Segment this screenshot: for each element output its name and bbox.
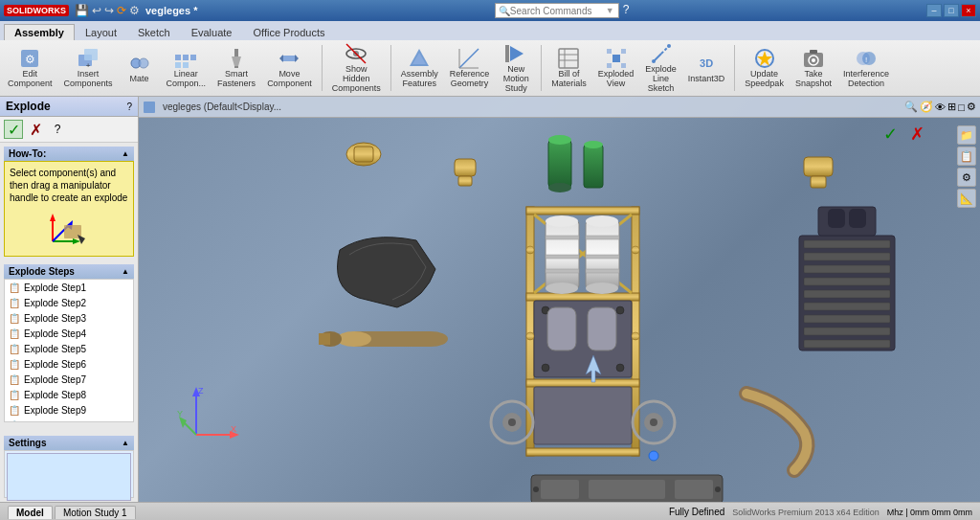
move-component-label: MoveComponent bbox=[267, 70, 312, 89]
step-item-2[interactable]: 📋 Explode Step2 bbox=[5, 295, 133, 310]
step-item-3[interactable]: 📋 Explode Step3 bbox=[5, 310, 133, 326]
view-orient-icon[interactable]: 🧭 bbox=[920, 101, 933, 113]
step-item-6[interactable]: 📋 Explode Step6 bbox=[5, 356, 133, 372]
viewport[interactable]: vegleges (Default<Display... 🔍 🧭 👁 ⊞ □ ⚙ bbox=[139, 97, 980, 502]
explode-help-button[interactable]: ? bbox=[48, 120, 67, 139]
component-icon bbox=[143, 101, 156, 114]
svg-rect-120 bbox=[804, 340, 890, 348]
zoom-fit-icon[interactable]: 🔍 bbox=[904, 101, 918, 113]
reference-geometry-button[interactable]: ReferenceGeometry bbox=[446, 45, 494, 91]
search-input[interactable] bbox=[510, 6, 606, 16]
steps-collapse-arrow[interactable]: ▲ bbox=[122, 267, 129, 276]
show-hidden-button[interactable]: ShowHiddenComponents bbox=[328, 40, 385, 96]
config-manager-icon[interactable]: ⚙ bbox=[957, 168, 976, 187]
smart-fasteners-button[interactable]: SmartFasteners bbox=[213, 45, 259, 91]
display-style-icon[interactable]: □ bbox=[958, 102, 965, 113]
help-icon[interactable]: ? bbox=[623, 3, 630, 18]
mate-button[interactable]: Mate bbox=[121, 50, 159, 86]
minimize-button[interactable]: – bbox=[926, 4, 942, 17]
save-icon[interactable]: 💾 bbox=[75, 4, 89, 17]
restore-button[interactable]: □ bbox=[944, 4, 959, 17]
bill-materials-button[interactable]: Bill ofMaterials bbox=[547, 45, 590, 91]
step-5-label: Explode Step5 bbox=[24, 344, 86, 354]
dim-expert-icon[interactable]: 📐 bbox=[957, 189, 976, 208]
confirm-explode-button[interactable]: ✓ bbox=[4, 120, 23, 139]
new-motion-study-button[interactable]: NewMotionStudy bbox=[497, 40, 535, 96]
linear-component-button[interactable]: LinearCompon... bbox=[163, 45, 211, 91]
svg-point-88 bbox=[586, 215, 618, 227]
motion-study-tab[interactable]: Motion Study 1 bbox=[55, 506, 136, 519]
edit-component-icon: ⚙ bbox=[18, 47, 41, 70]
viewport-cancel-button[interactable]: ✗ bbox=[906, 124, 927, 145]
section-view-icon[interactable]: ⊞ bbox=[947, 101, 956, 113]
interference-detection-button[interactable]: ! InterferenceDetection bbox=[839, 45, 893, 91]
step-item-9[interactable]: 📋 Explode Step9 bbox=[5, 402, 133, 418]
step-item-5[interactable]: 📋 Explode Step5 bbox=[5, 341, 133, 356]
tab-evaluate[interactable]: Evaluate bbox=[181, 24, 243, 40]
step-item-1[interactable]: 📋 Explode Step1 bbox=[5, 280, 133, 295]
svg-rect-8 bbox=[183, 55, 189, 60]
tab-sketch[interactable]: Sketch bbox=[127, 24, 181, 40]
svg-rect-114 bbox=[804, 265, 890, 273]
howto-header[interactable]: How-To: ▲ bbox=[4, 147, 134, 161]
step-item-4[interactable]: 📋 Explode Step4 bbox=[5, 326, 133, 341]
view-setting-icon[interactable]: ⚙ bbox=[967, 101, 976, 113]
svg-point-39 bbox=[652, 59, 656, 63]
svg-point-95 bbox=[616, 306, 624, 314]
settings-collapse-arrow[interactable]: ▲ bbox=[122, 439, 129, 447]
explode-line-sketch-button[interactable]: ExplodeLineSketch bbox=[641, 40, 680, 96]
mate-label: Mate bbox=[130, 75, 149, 84]
svg-rect-27 bbox=[505, 45, 509, 62]
assembly-features-button[interactable]: AssemblyFeatures bbox=[397, 45, 442, 91]
insert-components-button[interactable]: + InsertComponents bbox=[60, 45, 117, 91]
take-snapshot-icon bbox=[802, 47, 825, 70]
step-1-label: Explode Step1 bbox=[24, 283, 86, 293]
solidworks-logo: SOLIDWORKS bbox=[4, 5, 69, 16]
step-item-10[interactable]: 📋 Explode Step10 bbox=[5, 418, 133, 422]
search-dropdown-icon[interactable]: ▼ bbox=[606, 6, 614, 15]
svg-rect-7 bbox=[175, 55, 181, 60]
undo-icon[interactable]: ↩ bbox=[92, 4, 101, 17]
tab-office-products[interactable]: Office Products bbox=[242, 24, 335, 40]
howto-title: How-To: bbox=[9, 148, 46, 159]
model-tab[interactable]: Model bbox=[8, 506, 53, 519]
svg-rect-125 bbox=[541, 480, 579, 499]
help-panel-icon[interactable]: ? bbox=[126, 102, 132, 112]
svg-rect-33 bbox=[607, 49, 612, 54]
step-4-label: Explode Step4 bbox=[24, 328, 86, 339]
settings-section: Settings ▲ bbox=[4, 436, 134, 498]
svg-rect-85 bbox=[546, 255, 579, 259]
search-bar[interactable]: 🔍 ▼ bbox=[495, 3, 619, 18]
step-item-8[interactable]: 📋 Explode Step8 bbox=[5, 387, 133, 402]
options-icon[interactable]: ⚙ bbox=[129, 4, 140, 17]
take-snapshot-button[interactable]: TakeSnapshot bbox=[791, 45, 835, 91]
settings-header[interactable]: Settings ▲ bbox=[4, 436, 134, 450]
assembly-features-label: AssemblyFeatures bbox=[401, 70, 438, 89]
exploded-view-button[interactable]: ExplodedView bbox=[594, 45, 638, 91]
status-bar: Model Motion Study 1 Fully Defined Solid… bbox=[0, 502, 980, 520]
edit-component-button[interactable]: ⚙ EditComponent bbox=[4, 45, 56, 91]
close-button[interactable]: × bbox=[961, 4, 976, 17]
svg-rect-66 bbox=[804, 157, 833, 176]
show-hidden-icon bbox=[345, 42, 368, 65]
viewport-confirm-button[interactable]: ✓ bbox=[880, 124, 901, 145]
viewport-controls: 🔍 🧭 👁 ⊞ □ ⚙ bbox=[904, 101, 976, 113]
rebuild-icon[interactable]: ⟳ bbox=[117, 4, 126, 17]
move-component-button[interactable]: MoveComponent bbox=[263, 45, 316, 91]
svg-rect-9 bbox=[190, 55, 196, 60]
cancel-explode-button[interactable]: ✗ bbox=[26, 120, 45, 139]
document-title: vegleges * bbox=[145, 5, 197, 16]
svg-rect-121 bbox=[818, 207, 876, 236]
redo-icon[interactable]: ↪ bbox=[104, 4, 114, 17]
update-speedpak-button[interactable]: UpdateSpeedpak bbox=[741, 45, 788, 91]
tab-layout[interactable]: Layout bbox=[75, 24, 127, 40]
svg-text:!: ! bbox=[865, 56, 867, 64]
tab-assembly[interactable]: Assembly bbox=[4, 24, 75, 40]
hide-show-icon[interactable]: 👁 bbox=[935, 102, 946, 113]
howto-collapse-arrow[interactable]: ▲ bbox=[122, 149, 129, 158]
feature-manager-icon[interactable]: 📁 bbox=[957, 125, 976, 145]
steps-header[interactable]: Explode Steps ▲ bbox=[4, 264, 134, 279]
instant3d-button[interactable]: 3D Instant3D bbox=[684, 50, 729, 86]
property-manager-icon[interactable]: 📋 bbox=[957, 147, 976, 166]
step-item-7[interactable]: 📋 Explode Step7 bbox=[5, 372, 133, 387]
